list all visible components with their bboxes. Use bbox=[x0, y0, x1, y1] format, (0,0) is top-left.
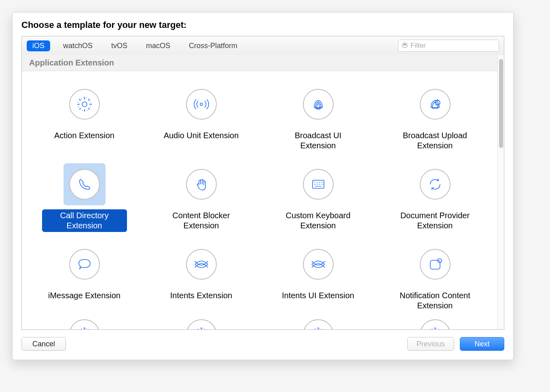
template-item[interactable] bbox=[143, 319, 260, 329]
template-icon bbox=[303, 319, 334, 329]
scrollbar[interactable] bbox=[497, 55, 504, 329]
chat-icon bbox=[69, 249, 100, 280]
intents-icon bbox=[186, 249, 217, 280]
template-item[interactable]: Document Provider Extension bbox=[377, 159, 493, 239]
template-label: iMessage Extension bbox=[44, 289, 125, 302]
template-label: Broadcast Upload Extension bbox=[393, 129, 478, 152]
gear-icon bbox=[69, 89, 100, 120]
template-label: Notification Content Extension bbox=[393, 289, 478, 312]
sheet-title: Choose a template for your new target: bbox=[21, 20, 504, 30]
filter-field[interactable] bbox=[398, 40, 499, 52]
phone-icon bbox=[69, 169, 100, 200]
template-item[interactable] bbox=[377, 319, 493, 329]
section-header: Application Extension bbox=[22, 55, 497, 71]
sync-icon bbox=[420, 169, 451, 200]
hand-icon bbox=[186, 169, 217, 200]
template-label: Custom Keyboard Extension bbox=[276, 209, 361, 232]
template-item[interactable]: Content Blocker Extension bbox=[143, 159, 260, 239]
template-item[interactable]: Call Directory Extension bbox=[26, 159, 143, 239]
template-label: Intents UI Extension bbox=[278, 289, 358, 302]
audio-icon bbox=[186, 89, 217, 120]
broadcast-up-icon bbox=[420, 89, 451, 120]
platform-tab-cross-platform[interactable]: Cross-Platform bbox=[183, 40, 243, 51]
intents-icon bbox=[303, 249, 334, 280]
filter-input[interactable] bbox=[410, 42, 496, 50]
template-item[interactable]: Broadcast UI Extension bbox=[260, 79, 377, 159]
template-item[interactable]: Broadcast Upload Extension bbox=[377, 79, 493, 159]
new-target-sheet: Choose a template for your new target: i… bbox=[12, 12, 514, 360]
template-icon bbox=[69, 319, 100, 329]
notification-icon bbox=[420, 249, 451, 280]
template-item[interactable]: Audio Unit Extension bbox=[143, 79, 260, 159]
template-grid: Action ExtensionAudio Unit ExtensionBroa… bbox=[22, 71, 497, 329]
platform-tab-tvos[interactable]: tvOS bbox=[106, 40, 133, 51]
broadcast-icon bbox=[303, 89, 334, 120]
template-label: Audio Unit Extension bbox=[160, 129, 243, 142]
platform-tab-ios[interactable]: iOS bbox=[27, 40, 50, 51]
platform-tab-macos[interactable]: macOS bbox=[140, 40, 176, 51]
template-label: Document Provider Extension bbox=[393, 209, 478, 232]
cancel-button[interactable]: Cancel bbox=[21, 337, 66, 351]
template-label: Intents Extension bbox=[166, 289, 236, 302]
template-label: Content Blocker Extension bbox=[159, 209, 244, 232]
template-label: Call Directory Extension bbox=[42, 209, 127, 232]
template-item[interactable]: Notification Content Extension bbox=[377, 239, 493, 319]
template-item[interactable] bbox=[26, 319, 143, 329]
next-button[interactable]: Next bbox=[460, 337, 504, 351]
template-icon bbox=[420, 319, 451, 329]
template-item[interactable]: Intents Extension bbox=[143, 239, 260, 319]
template-item[interactable]: Custom Keyboard Extension bbox=[260, 159, 377, 239]
previous-button: Previous bbox=[407, 337, 454, 351]
template-label: Broadcast UI Extension bbox=[276, 129, 361, 152]
scrollbar-thumb[interactable] bbox=[499, 59, 503, 148]
template-item[interactable]: Action Extension bbox=[26, 79, 143, 159]
footer: Cancel Previous Next bbox=[21, 330, 504, 351]
template-label: Action Extension bbox=[50, 129, 118, 142]
platform-tabs: iOSwatchOStvOSmacOSCross-Platform bbox=[27, 40, 243, 51]
filter-icon bbox=[402, 42, 408, 50]
template-item[interactable]: iMessage Extension bbox=[26, 239, 143, 319]
template-browser: Application Extension Action ExtensionAu… bbox=[21, 55, 504, 330]
keyboard-icon bbox=[303, 169, 334, 200]
template-item[interactable] bbox=[260, 319, 377, 329]
template-icon bbox=[186, 319, 217, 329]
toolbar: iOSwatchOStvOSmacOSCross-Platform bbox=[21, 36, 504, 55]
platform-tab-watchos[interactable]: watchOS bbox=[57, 40, 98, 51]
template-item[interactable]: Intents UI Extension bbox=[260, 239, 377, 319]
